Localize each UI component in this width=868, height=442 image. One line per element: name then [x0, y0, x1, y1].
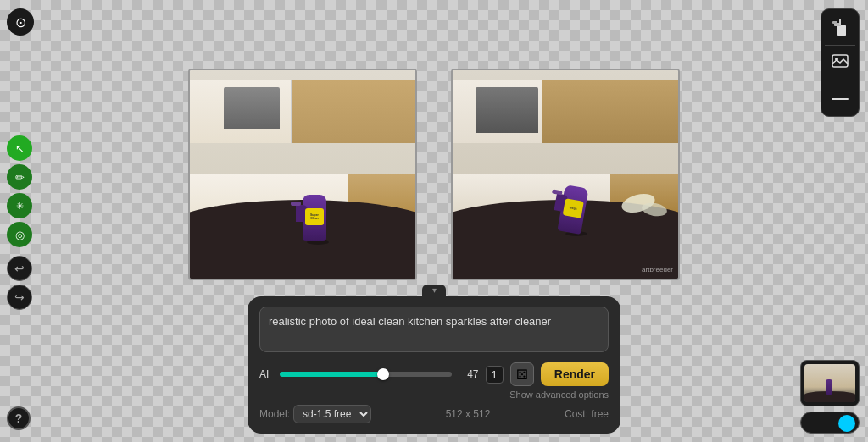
left-tools-group: ↖ ✏ ✳ ◎ ↩ ↪	[7, 135, 32, 310]
model-label: Model:	[259, 408, 290, 420]
transform-tool-button[interactable]: ✳	[7, 193, 32, 218]
step-count: 1	[486, 366, 504, 384]
mask-tool-button[interactable]: ◎	[7, 222, 32, 247]
render-button[interactable]: Render	[541, 362, 609, 386]
toggle-knob	[838, 415, 855, 432]
collapse-arrow-icon: ▾	[432, 285, 437, 295]
image-card-left[interactable]: SuperClean	[188, 69, 417, 280]
toggle-switch[interactable]	[800, 412, 860, 434]
toolbar-divider-1	[825, 45, 855, 46]
ai-slider[interactable]	[280, 372, 452, 377]
logo-icon: ⊙	[15, 14, 26, 30]
bottom-panel: ▾ AI 47 1 ⚄ Render Show advanced options…	[248, 296, 620, 434]
logo-button[interactable]: ⊙	[7, 8, 34, 36]
text-tool-button[interactable]	[825, 82, 855, 113]
text-icon	[832, 90, 849, 105]
ai-label: AI	[259, 368, 273, 380]
paint-tool-button[interactable]: ✏	[7, 164, 32, 190]
spray-bottle-tool-button[interactable]	[825, 13, 855, 43]
svg-rect-2	[832, 21, 837, 24]
model-select[interactable]: sd-1.5 free	[293, 405, 371, 423]
dice-button[interactable]: ⚄	[510, 362, 534, 386]
svg-rect-6	[832, 98, 849, 100]
transform-icon: ✳	[16, 201, 24, 212]
bottom-right-panel	[800, 360, 860, 434]
image-card-left-inner: SuperClean	[190, 70, 415, 279]
watermark: artbreeder	[642, 266, 673, 273]
thumbnail-preview	[804, 364, 855, 402]
toolbar-divider-2	[825, 80, 855, 80]
svg-rect-3	[839, 19, 841, 25]
redo-icon: ↪	[14, 290, 25, 304]
select-icon: ↖	[15, 142, 25, 155]
help-button[interactable]: ?	[7, 406, 31, 430]
dice-icon: ⚄	[516, 367, 528, 383]
undo-button[interactable]: ↩	[7, 256, 32, 281]
top-left-toolbar: ⊙	[7, 8, 34, 36]
redo-button[interactable]: ↪	[7, 285, 32, 310]
image-icon	[832, 54, 849, 71]
spray-bottle-icon	[832, 16, 848, 40]
help-icon: ?	[15, 412, 23, 425]
undo-icon: ↩	[14, 262, 25, 275]
image-card-right-inner: 4legs artbreeder	[453, 70, 678, 279]
advanced-options-link[interactable]: Show advanced options	[259, 390, 609, 400]
mask-icon: ◎	[15, 229, 25, 241]
size-info: 512 x 512	[446, 408, 491, 420]
image-card-right[interactable]: 4legs artbreeder	[451, 69, 680, 280]
collapse-arrow-button[interactable]: ▾	[422, 285, 446, 296]
slider-thumb	[377, 368, 389, 380]
prompt-input[interactable]	[259, 307, 609, 352]
render-label: Render	[554, 367, 595, 381]
model-row: Model: sd-1.5 free 512 x 512 Cost: free	[259, 405, 609, 423]
paint-icon: ✏	[15, 171, 25, 184]
canvas-area: SuperClean	[42, 42, 826, 307]
slider-value: 47	[459, 368, 479, 380]
controls-row: AI 47 1 ⚄ Render	[259, 362, 609, 386]
cost-info: Cost: free	[565, 408, 609, 420]
select-tool-button[interactable]: ↖	[7, 135, 32, 161]
svg-rect-0	[837, 25, 846, 36]
right-toolbar	[821, 8, 860, 117]
image-tool-button[interactable]	[825, 47, 855, 78]
thumbnail-box[interactable]	[800, 360, 860, 406]
